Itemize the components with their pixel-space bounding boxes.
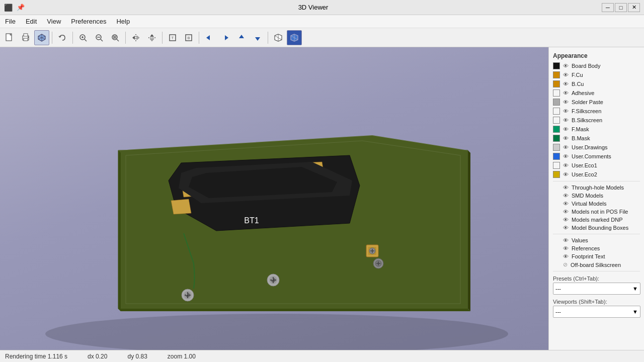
3d-viewport[interactable]: BT1 bbox=[0, 47, 548, 350]
user-comments-swatch bbox=[553, 153, 560, 160]
sep2 bbox=[72, 32, 73, 44]
fcu-label: F.Cu bbox=[572, 72, 583, 78]
text-offboard-silkscreen[interactable]: ⊘ Off-board Silkscreen bbox=[549, 260, 644, 269]
layer-adhesive[interactable]: 👁 Adhesive bbox=[549, 88, 644, 98]
svg-marker-26 bbox=[150, 39, 154, 41]
model-virtual[interactable]: 👁 Virtual Models bbox=[549, 200, 644, 208]
model-through-hole[interactable]: 👁 Through-hole Models bbox=[549, 184, 644, 192]
references-vis-icon[interactable]: 👁 bbox=[563, 245, 569, 251]
presets-label: Presets (Ctrl+Tab): bbox=[553, 276, 640, 282]
presets-dropdown[interactable]: --- ▼ bbox=[553, 283, 640, 295]
user-eco2-vis-icon[interactable]: 👁 bbox=[563, 171, 569, 177]
layer-fcu[interactable]: 👁 F.Cu bbox=[549, 70, 644, 79]
main-area: BT1 bbox=[0, 47, 644, 350]
text-values[interactable]: 👁 Values bbox=[549, 236, 644, 244]
virtual-vis-icon[interactable]: 👁 bbox=[563, 201, 569, 207]
adhesive-vis-icon[interactable]: 👁 bbox=[563, 90, 569, 96]
layer-f-mask[interactable]: 👁 F.Mask bbox=[549, 125, 644, 134]
layer-bcu[interactable]: 👁 B.Cu bbox=[549, 79, 644, 88]
user-drawings-vis-icon[interactable]: 👁 bbox=[563, 144, 569, 150]
sep6 bbox=[268, 32, 268, 44]
layer-b-mask[interactable]: 👁 B.Mask bbox=[549, 134, 644, 143]
menu-help[interactable]: Help bbox=[111, 16, 135, 27]
layer-user-eco1[interactable]: 👁 User.Eco1 bbox=[549, 161, 644, 170]
footprint-text-vis-icon[interactable]: 👁 bbox=[563, 253, 569, 259]
layer-b-silkscreen[interactable]: 👁 B.Silkscreen bbox=[549, 116, 644, 125]
new-button[interactable] bbox=[2, 30, 17, 45]
b-mask-swatch bbox=[553, 135, 560, 142]
svg-line-14 bbox=[101, 39, 103, 41]
presets-row: Presets (Ctrl+Tab): --- ▼ bbox=[549, 274, 644, 297]
menu-preferences[interactable]: Preferences bbox=[66, 16, 111, 27]
layer-f-silkscreen[interactable]: 👁 F.Silkscreen bbox=[549, 107, 644, 116]
bcu-vis-icon[interactable]: 👁 bbox=[563, 81, 569, 87]
f-silk-vis-icon[interactable]: 👁 bbox=[563, 108, 569, 114]
through-hole-vis-icon[interactable]: 👁 bbox=[563, 185, 569, 191]
menu-view[interactable]: View bbox=[42, 16, 66, 27]
f-mask-swatch bbox=[553, 126, 560, 133]
view-box-button[interactable] bbox=[271, 30, 286, 45]
mirror-x-button[interactable] bbox=[128, 30, 143, 45]
user-eco1-label: User.Eco1 bbox=[572, 162, 597, 168]
model-marked-dnp[interactable]: 👁 Models marked DNP bbox=[549, 216, 644, 224]
model-not-in-pos[interactable]: 👁 Models not in POS File bbox=[549, 208, 644, 216]
divider2 bbox=[553, 234, 640, 234]
presets-chevron-icon: ▼ bbox=[632, 286, 638, 292]
smd-vis-icon[interactable]: 👁 bbox=[563, 193, 569, 199]
close-button[interactable]: ✕ bbox=[628, 3, 640, 12]
mirror-y-button[interactable] bbox=[144, 30, 159, 45]
nav-down-button[interactable] bbox=[250, 30, 265, 45]
nav-right-button[interactable] bbox=[218, 30, 233, 45]
maximize-button[interactable]: □ bbox=[615, 3, 627, 12]
zoom-fit-button[interactable] bbox=[108, 30, 123, 45]
not-in-pos-label: Models not in POS File bbox=[572, 209, 628, 215]
menu-edit[interactable]: Edit bbox=[21, 16, 42, 27]
user-eco1-swatch bbox=[553, 162, 560, 169]
minimize-button[interactable]: ─ bbox=[602, 3, 614, 12]
marked-dnp-vis-icon[interactable]: 👁 bbox=[563, 217, 569, 223]
board-body-vis-icon[interactable]: 👁 bbox=[563, 63, 569, 69]
dx-value: dx 0.20 bbox=[88, 353, 107, 360]
fcu-vis-icon[interactable]: 👁 bbox=[563, 72, 569, 78]
model-bounding-boxes[interactable]: 👁 Model Bounding Boxes bbox=[549, 224, 644, 232]
fcu-swatch bbox=[553, 71, 560, 78]
user-eco1-vis-icon[interactable]: 👁 bbox=[563, 162, 569, 168]
layer-solder-paste[interactable]: 👁 Solder Paste bbox=[549, 98, 644, 107]
3d-view-button[interactable] bbox=[34, 30, 49, 45]
app-icon: ⬛ bbox=[4, 4, 13, 12]
svg-marker-22 bbox=[132, 36, 135, 40]
solder-paste-vis-icon[interactable]: 👁 bbox=[563, 99, 569, 105]
b-mask-vis-icon[interactable]: 👁 bbox=[563, 135, 569, 141]
view-top-button[interactable]: T bbox=[165, 30, 180, 45]
divider3 bbox=[553, 271, 640, 272]
not-in-pos-vis-icon[interactable]: 👁 bbox=[563, 209, 569, 215]
undo-button[interactable] bbox=[55, 30, 70, 45]
svg-marker-32 bbox=[225, 35, 228, 40]
viewports-dropdown[interactable]: --- ▼ bbox=[553, 306, 640, 318]
nav-left-button[interactable] bbox=[202, 30, 217, 45]
layer-board-body[interactable]: 👁 Board Body bbox=[549, 61, 644, 70]
text-footprint[interactable]: 👁 Footprint Text bbox=[549, 252, 644, 260]
f-mask-vis-icon[interactable]: 👁 bbox=[563, 126, 569, 132]
svg-marker-31 bbox=[206, 35, 210, 40]
layer-user-drawings[interactable]: 👁 User.Drawings bbox=[549, 143, 644, 152]
menu-file[interactable]: File bbox=[0, 16, 21, 27]
zoom-in-button[interactable] bbox=[75, 30, 91, 45]
raytrace-button[interactable] bbox=[287, 30, 302, 45]
view-bottom-button[interactable]: B bbox=[181, 30, 196, 45]
b-silk-vis-icon[interactable]: 👁 bbox=[563, 117, 569, 123]
layer-user-eco2[interactable]: 👁 User.Eco2 bbox=[549, 170, 644, 179]
text-references[interactable]: 👁 References bbox=[549, 244, 644, 252]
svg-line-10 bbox=[85, 39, 87, 41]
values-vis-icon[interactable]: 👁 bbox=[563, 237, 569, 243]
sep3 bbox=[125, 32, 126, 44]
print-button[interactable] bbox=[18, 30, 33, 45]
model-smd[interactable]: 👁 SMD Models bbox=[549, 192, 644, 200]
layer-user-comments[interactable]: 👁 User.Comments bbox=[549, 152, 644, 161]
nav-up-button[interactable] bbox=[234, 30, 249, 45]
zoom-out-button[interactable] bbox=[92, 30, 107, 45]
zoom-value: zoom 1.00 bbox=[168, 353, 196, 360]
user-comments-vis-icon[interactable]: 👁 bbox=[563, 153, 569, 159]
bounding-boxes-vis-icon[interactable]: 👁 bbox=[563, 225, 569, 231]
viewports-chevron-icon: ▼ bbox=[632, 309, 638, 315]
